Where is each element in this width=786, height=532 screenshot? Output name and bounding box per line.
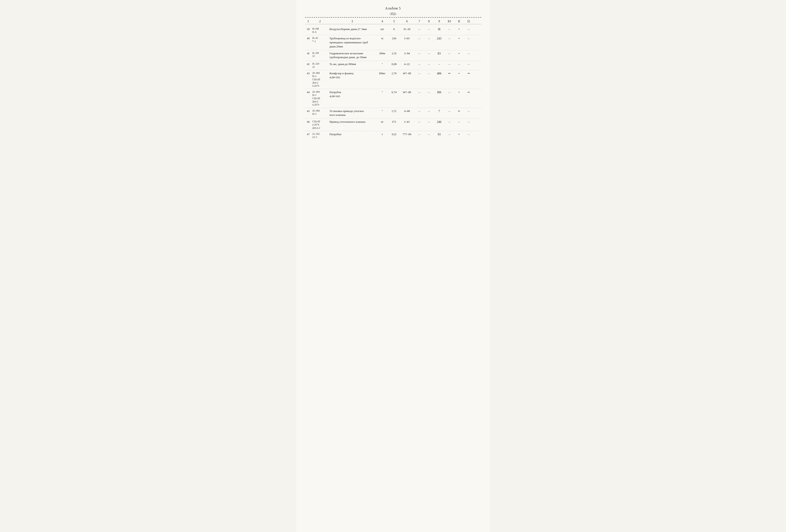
row-range: I47–08 (399, 71, 415, 76)
table-row: 4520–484 I0–IУстановка привода утеплен- … (305, 108, 481, 119)
row-col-12: •• (464, 71, 473, 76)
row-desc: Установка привода утеплен- ного клапана (329, 109, 376, 118)
row-num: 45 (305, 109, 311, 114)
col-header-8: 8 (424, 20, 434, 23)
col-header-12: I2 (464, 20, 473, 23)
row-col-10: – (445, 27, 454, 32)
row-col-7: – (415, 36, 424, 41)
page-number: -352- (305, 12, 481, 16)
row-col-7: – (415, 62, 424, 67)
table-row: 4II6–2I9 22Гидравлическое испытание труб… (305, 50, 481, 61)
album-title: Альбом 5 (364, 6, 422, 10)
column-headers: I 2 3 4 5 6 7 8 9 IO II I2 (305, 19, 481, 24)
row-col-8: – (424, 36, 434, 41)
row-num: 47 (305, 132, 311, 137)
row-num: 44 (305, 90, 311, 95)
table-row: 39I8–I98 II–6Воздухосборник диам.27 Эммш… (305, 26, 481, 35)
col-header-11: II (454, 20, 464, 23)
row-col-10: – (445, 90, 454, 95)
row-ref: 20–484 I0–I (311, 109, 329, 116)
row-col-12: – (464, 62, 473, 67)
row-qty: 0,I2 (389, 132, 399, 137)
row-qty: 6 (389, 27, 399, 32)
row-unit: " (376, 62, 389, 67)
row-col-9: 406 (434, 71, 445, 76)
row-col-8: – (424, 120, 434, 125)
row-col-8: – (424, 109, 434, 114)
col-header-10: IO (445, 20, 454, 23)
row-col-8: – (424, 71, 434, 76)
table-row: 4722–362 22–5Патрубкит0,I2777–00––93–•– (305, 131, 481, 140)
row-col-10: •• (445, 71, 454, 76)
row-range: 777–00 (399, 132, 415, 137)
row-col-10: – (445, 62, 454, 67)
row-col-7: – (415, 27, 424, 32)
row-ref: I6–42 7–) (311, 36, 329, 43)
row-col-11: • (454, 51, 464, 56)
row-desc: Патрубок 4,08+I43 (329, 90, 376, 99)
row-col-11: – (454, 120, 464, 125)
row-desc: Гидравлическое испытание трубопроводов д… (329, 51, 376, 60)
row-desc: Воздухосборник диам.27 Эмм (329, 27, 376, 32)
row-col-12: – (464, 36, 473, 41)
row-ref: I6–2I9 22 (311, 51, 329, 58)
row-range: I–43 (399, 120, 415, 124)
row-ref: 20–484 I0–I СЦч.Ш Доп.2 п.2674 (311, 90, 329, 107)
row-unit: I00м (376, 51, 389, 56)
row-col-11: • (454, 27, 464, 32)
row-num: 4I (305, 51, 311, 56)
row-qty: 0,08 (389, 62, 399, 67)
table-row: 4320–484 I0–I СЦч.Ш Доп.2 п.2674Конфузор… (305, 70, 481, 89)
row-ref: СЦч.Ш п.2674 Деп.в.2 (311, 120, 329, 130)
row-unit: шт (376, 27, 389, 32)
row-col-10: – (445, 51, 454, 56)
row-ref: I8–I98 II–6 (311, 27, 329, 34)
row-col-12: – (464, 120, 473, 125)
row-col-7: – (415, 109, 424, 114)
row-desc: Привод утепленного клапана (329, 120, 376, 124)
row-col-9: 243 (434, 36, 445, 41)
row-col-7: – (415, 90, 424, 95)
row-col-8: – (424, 132, 434, 137)
row-qty: 0,74 (389, 90, 399, 95)
row-col-8: – (424, 27, 434, 32)
row-unit: м (376, 36, 389, 41)
row-col-11: • (454, 132, 464, 137)
row-desc: Конфузор и фланец 4,08+I43 (329, 71, 376, 80)
row-col-9: I09 (434, 90, 445, 95)
col-header-6: 6 (399, 20, 415, 23)
row-col-8: – (424, 90, 434, 95)
row-range: 3–94 (399, 51, 415, 56)
page-header: Альбом 5 (305, 6, 481, 10)
row-range: 4–22 (399, 62, 415, 67)
row-ref: 20–484 I0–I СЦч.Ш Доп.2 п.2674 (311, 71, 329, 88)
row-col-7: – (415, 71, 424, 76)
row-unit: т (376, 132, 389, 137)
row-qty: I,72 (389, 109, 399, 114)
row-col-12: – (464, 132, 473, 137)
row-col-10: – (445, 36, 454, 41)
row-col-8: – (424, 51, 434, 56)
col-header-9: 9 (434, 20, 445, 23)
col-header-4: 4 (376, 20, 389, 23)
row-ref: 22–362 22–5 (311, 132, 329, 139)
row-range: 4–08 (399, 109, 415, 114)
row-range: I–03 (399, 36, 415, 41)
row-col-7: – (415, 132, 424, 137)
row-range: I47–08 (399, 90, 415, 95)
row-qty: 2,5I (389, 51, 399, 56)
col-header-3: 3 (329, 20, 376, 23)
row-col-12: – (464, 51, 473, 56)
row-col-7: – (415, 51, 424, 56)
row-num: 43 (305, 71, 311, 76)
row-col-10: – (445, 109, 454, 114)
row-col-11: •• (454, 109, 464, 114)
row-qty: 2,76 (389, 71, 399, 76)
row-num: 46 (305, 120, 311, 124)
col-header-5: 5 (389, 20, 399, 23)
table-row: 40I6–42 7–)Трубопровод из водогазо- пров… (305, 35, 481, 50)
row-unit: " (376, 109, 389, 114)
table-row: 46СЦч.Ш п.2674 Деп.в.2Привод утепленного… (305, 119, 481, 131)
row-col-12: •• (464, 90, 473, 95)
row-col-10: – (445, 132, 454, 137)
